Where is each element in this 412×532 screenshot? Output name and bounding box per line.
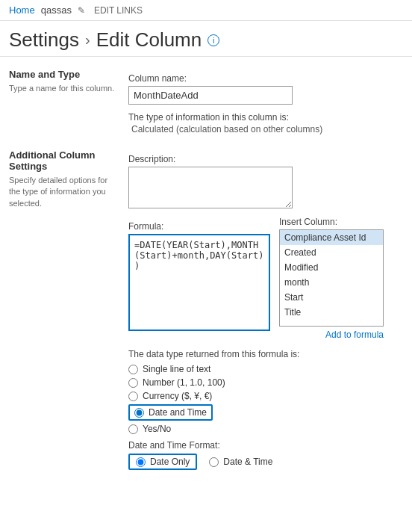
date-time-label: Date & Time [223, 457, 272, 467]
insert-column-label: Insert Column: [279, 217, 384, 227]
type-info-value: Calculated (calculation based on other c… [131, 124, 403, 134]
radio-datetime-box: Date and Time [128, 404, 213, 421]
radio-datetime-label: Date and Time [149, 407, 207, 418]
top-navigation: Home qassas ✎ EDIT LINKS [0, 0, 412, 21]
formula-row: Formula: =DATE(YEAR(Start),MONTH (Start)… [128, 217, 403, 340]
nav-separator: qassas [41, 4, 72, 16]
radio-number-input[interactable] [128, 378, 138, 388]
description-textarea[interactable] [128, 167, 293, 208]
date-time-radio[interactable] [209, 457, 219, 467]
list-item[interactable]: Start [280, 290, 383, 305]
radio-single-line-label: Single line of text [143, 364, 210, 374]
radio-number: Number (1, 1.0, 100) [128, 377, 403, 388]
radio-yesno: Yes/No [128, 424, 403, 434]
info-icon: i [207, 34, 219, 46]
list-item[interactable]: Modified [280, 260, 383, 275]
insert-column-section: Insert Column: Compliance Asset Id Creat… [279, 217, 384, 340]
formula-textarea[interactable]: =DATE(YEAR(Start),MONTH (Start)+month,DA… [128, 234, 270, 331]
data-type-section: The data type returned from this formula… [128, 349, 403, 434]
radio-datetime: Date and Time [128, 404, 403, 421]
data-type-label: The data type returned from this formula… [128, 349, 403, 359]
breadcrumb-arrow: › [85, 31, 90, 49]
radio-single-line-input[interactable] [128, 365, 138, 374]
date-only-label: Date Only [150, 457, 190, 467]
radio-currency: Currency ($, ¥, €) [128, 391, 403, 401]
edit-icon: ✎ [78, 5, 85, 16]
date-time-option: Date & Time [209, 457, 272, 467]
date-only-box: Date Only [128, 454, 197, 470]
radio-yesno-label: Yes/No [143, 424, 171, 434]
page-title: Settings › Edit Column i [9, 28, 403, 52]
right-panel-additional: Description: Formula: =DATE(YEAR(Start),… [128, 149, 403, 470]
add-to-formula-container: Add to formula [279, 329, 384, 340]
list-item[interactable]: Title [280, 305, 383, 320]
column-name-label: Column name: [128, 73, 403, 84]
column-name-input[interactable] [128, 86, 293, 105]
formula-label: Formula: [128, 221, 270, 232]
nav-edit-links[interactable]: EDIT LINKS [94, 5, 143, 16]
formula-column: Formula: =DATE(YEAR(Start),MONTH (Start)… [128, 217, 270, 331]
nav-home-link[interactable]: Home [9, 4, 35, 16]
column-list[interactable]: Compliance Asset Id Created Modified mon… [279, 229, 384, 327]
list-item[interactable]: month [280, 275, 383, 290]
radio-datetime-input[interactable] [134, 408, 144, 418]
add-to-formula-link[interactable]: Add to formula [325, 330, 384, 340]
additional-settings-desc: Specify detailed options for the type of… [9, 175, 119, 209]
left-panel-additional: Additional Column Settings Specify detai… [9, 149, 128, 470]
main-content: Name and Type Type a name for this colum… [0, 57, 412, 146]
page-title-area: Settings › Edit Column i [0, 21, 412, 57]
radio-number-label: Number (1, 1.0, 100) [143, 377, 225, 388]
date-format-section: Date and Time Format: Date Only Date & T… [128, 440, 403, 470]
breadcrumb-edit-column: Edit Column [96, 28, 202, 52]
name-type-section-title: Name and Type [9, 69, 119, 80]
radio-currency-label: Currency ($, ¥, €) [143, 391, 212, 401]
breadcrumb-settings[interactable]: Settings [9, 28, 79, 52]
date-only-radio[interactable] [136, 457, 146, 467]
date-format-options: Date Only Date & Time [128, 454, 403, 470]
radio-single-line: Single line of text [128, 364, 403, 374]
type-info-label: The type of information in this column i… [128, 112, 403, 123]
name-type-section-desc: Type a name for this column. [9, 83, 119, 94]
radio-currency-input[interactable] [128, 392, 138, 401]
list-item[interactable]: Compliance Asset Id [280, 230, 383, 245]
radio-yesno-input[interactable] [128, 424, 138, 434]
left-panel: Name and Type Type a name for this colum… [9, 69, 128, 134]
additional-settings-title: Additional Column Settings [9, 149, 119, 172]
date-format-label: Date and Time Format: [128, 440, 403, 451]
additional-settings-section: Additional Column Settings Specify detai… [0, 146, 412, 470]
right-panel-name-type: Column name: The type of information in … [128, 69, 403, 134]
description-label: Description: [128, 154, 403, 164]
list-item[interactable]: Created [280, 245, 383, 260]
